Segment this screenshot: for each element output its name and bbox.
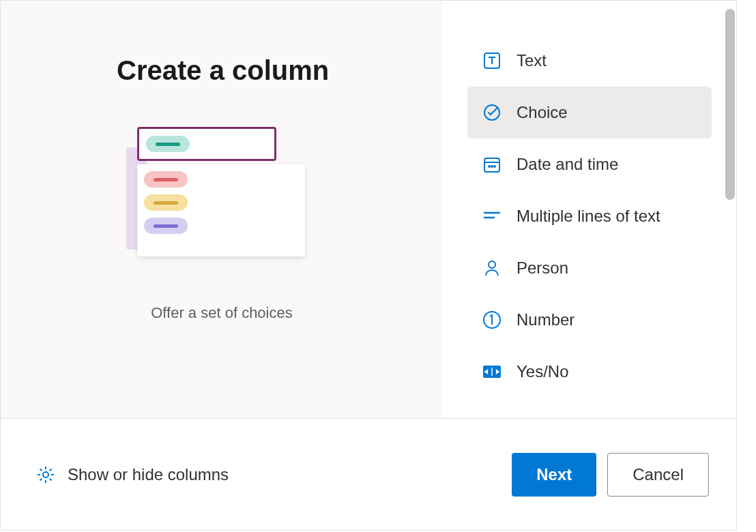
type-item-number[interactable]: Number	[467, 294, 712, 346]
type-item-text[interactable]: Text	[467, 35, 712, 87]
type-item-yesno[interactable]: Yes/No	[467, 346, 712, 398]
type-label: Person	[517, 258, 568, 278]
gear-icon	[35, 464, 57, 486]
svg-point-6	[494, 166, 495, 167]
svg-point-4	[489, 166, 490, 167]
text-icon	[481, 50, 503, 72]
show-hide-label: Show or hide columns	[68, 465, 229, 484]
type-label: Date and time	[517, 155, 618, 174]
type-item-choice[interactable]: Choice	[467, 87, 712, 138]
footer-buttons: Next Cancel	[512, 453, 709, 497]
svg-point-5	[491, 166, 493, 167]
next-button[interactable]: Next	[512, 453, 596, 497]
create-column-dialog: Create a column Offer a set of choices	[0, 0, 737, 531]
dialog-title: Create a column	[117, 55, 329, 86]
type-description: Offer a set of choices	[151, 304, 292, 322]
type-item-person[interactable]: Person	[467, 242, 712, 294]
type-label: Multiple lines of text	[517, 207, 660, 226]
number-icon	[481, 309, 503, 331]
type-label: Number	[517, 310, 575, 329]
type-label: Text	[517, 51, 547, 70]
cancel-button[interactable]: Cancel	[607, 453, 709, 497]
calendar-icon	[481, 153, 503, 175]
scrollbar-thumb[interactable]	[725, 9, 735, 200]
yesno-icon	[481, 361, 503, 383]
dialog-footer: Show or hide columns Next Cancel	[1, 418, 736, 530]
show-hide-columns-link[interactable]: Show or hide columns	[35, 464, 229, 486]
multiline-icon	[481, 205, 503, 227]
choice-icon	[481, 102, 503, 123]
type-item-datetime[interactable]: Date and time	[467, 138, 712, 190]
column-type-list: Text Choice	[467, 35, 712, 398]
type-label: Yes/No	[517, 362, 569, 381]
content-area: Create a column Offer a set of choices	[1, 1, 736, 418]
choice-illustration	[126, 127, 317, 263]
type-item-multiline[interactable]: Multiple lines of text	[467, 190, 712, 242]
type-list-panel: Text Choice	[443, 1, 736, 418]
preview-panel: Create a column Offer a set of choices	[1, 1, 443, 418]
svg-point-9	[489, 261, 495, 268]
svg-point-13	[43, 472, 48, 477]
person-icon	[481, 257, 503, 279]
type-label: Choice	[517, 103, 568, 122]
